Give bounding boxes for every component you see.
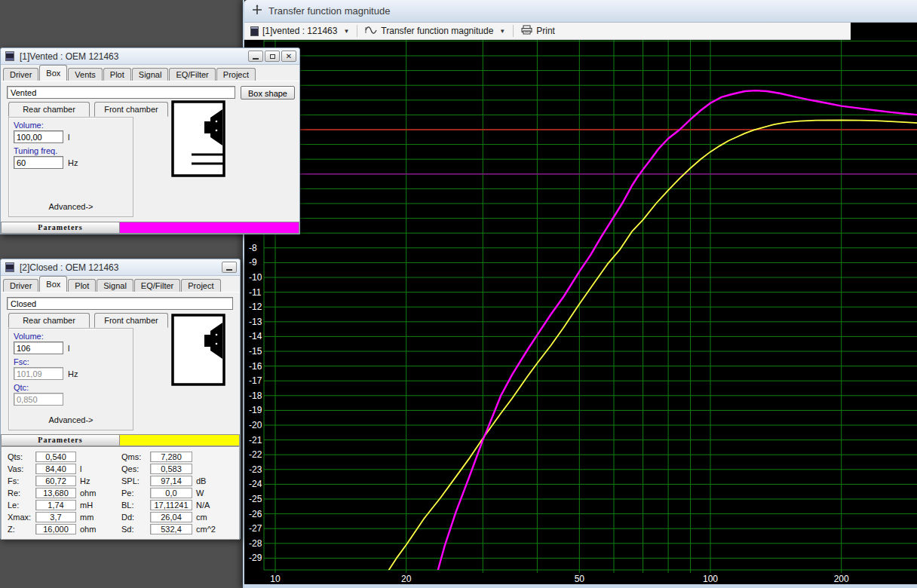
window-icon (5, 51, 14, 61)
param-unit: ohm (76, 488, 121, 498)
box-shape-button[interactable]: Box shape (241, 86, 295, 100)
param-value-le: 1,74 (35, 500, 76, 510)
closed-tab-eqfilter[interactable]: EQ/Filter (134, 279, 180, 292)
box-type-field[interactable]: Vented (7, 86, 235, 99)
vented-box-tab-body: Vented Box shape Front chamberRear chamb… (1, 81, 299, 222)
param-label: Qts: (8, 452, 35, 461)
closed-tab-box[interactable]: Box (39, 276, 67, 292)
param-value-qes: 0,583 (150, 464, 192, 474)
vented-window-title: [1]Vented : OEM 121463 (20, 51, 248, 62)
desktop: Transfer function magnitude [1]vented : … (0, 0, 917, 588)
graph-type-selector[interactable]: Transfer function magnitude ▼ (359, 23, 511, 39)
closed-tab-signal[interactable]: Signal (97, 279, 133, 292)
param-value-xmax: 3,7 (35, 512, 76, 522)
y-tick-label: -11 (249, 287, 262, 298)
closed-tab-plot[interactable]: Plot (68, 279, 96, 292)
closed-chamber-tab-rearchamber[interactable]: Rear chamber (8, 313, 90, 328)
param-value-fs: 60,72 (35, 476, 76, 486)
vented-tab-signal[interactable]: Signal (132, 68, 169, 81)
transfer-plot: -8-9-10-11-12-13-14-15-16-17-18-19-20-21… (244, 40, 917, 584)
param-unit: mm (76, 513, 121, 522)
chevron-down-icon: ▼ (343, 28, 349, 35)
minimize-button[interactable] (248, 51, 263, 62)
project-icon (250, 26, 259, 36)
rear-chamber-group: Volume:106lFsc:101,09HzQtc:0,850 Advance… (8, 328, 133, 430)
vented-box-diagram (171, 100, 225, 180)
project-selector[interactable]: [1]vented : 121463 ▼ (244, 23, 355, 39)
chart-window-titlebar[interactable]: Transfer function magnitude (244, 0, 917, 23)
vented-curve-color-swatch (120, 222, 299, 234)
advanced-link[interactable]: Advanced-> (9, 202, 133, 211)
vented-tab-vents[interactable]: Vents (68, 68, 103, 81)
window-icon (5, 262, 14, 272)
y-tick-label: -9 (249, 257, 257, 268)
fsc-input: 101,09 (14, 367, 63, 380)
param-unit: cm^2 (192, 525, 225, 534)
closed-box-tab-body: Closed Front chamberRear chamber Volume:… (1, 292, 240, 434)
field-label: Volume: (14, 121, 133, 130)
volume-input[interactable]: 100,00 (14, 130, 63, 143)
y-tick-label: -20 (249, 420, 262, 430)
param-unit: ohm (76, 525, 121, 534)
vented-tab-project[interactable]: Project (216, 68, 256, 81)
vented-tab-box[interactable]: Box (39, 65, 67, 81)
volume-input[interactable]: 106 (14, 341, 63, 354)
param-label: Fs: (8, 476, 35, 485)
curve-vented (435, 90, 917, 580)
x-tick-label: 50 (575, 574, 585, 584)
vented-tab-bar: DriverBoxVentsPlotSignalEQ/FilterProject (1, 65, 299, 81)
print-label: Print (536, 26, 555, 36)
chart-toolbar: [1]vented : 121463 ▼ Transfer function m… (244, 23, 917, 40)
y-tick-label: -19 (249, 405, 262, 415)
box-type-value: Vented (11, 88, 36, 97)
parameters-strip-label[interactable]: Parameters (1, 222, 120, 234)
vented-chamber-tab-rearchamber[interactable]: Rear chamber (8, 102, 90, 117)
param-unit: W (192, 488, 225, 498)
param-unit: l (76, 464, 121, 473)
close-icon[interactable]: ✕ (281, 51, 296, 62)
y-tick-label: -14 (249, 331, 262, 341)
param-value-dd: 26,04 (150, 512, 192, 522)
y-tick-label: -21 (249, 435, 262, 446)
vented-parameters-strip[interactable]: Parameters (1, 222, 299, 234)
closed-parameters-strip[interactable]: Parameters (1, 434, 240, 446)
advanced-link[interactable]: Advanced-> (9, 415, 133, 424)
y-tick-label: -24 (249, 479, 262, 489)
param-value-z: 16,000 (35, 524, 76, 534)
parameters-strip-label[interactable]: Parameters (1, 434, 120, 446)
x-tick-label: 10 (270, 574, 281, 584)
param-unit: N/A (192, 501, 225, 510)
param-unit: Hz (76, 476, 121, 485)
box-type-field[interactable]: Closed (7, 297, 233, 310)
vented-project-window: [1]Vented : OEM 121463 ✕ DriverBoxVentsP… (0, 47, 300, 234)
param-label: Sd: (121, 525, 150, 534)
field-label: Volume: (14, 332, 133, 341)
vented-window-titlebar[interactable]: [1]Vented : OEM 121463 ✕ (1, 48, 299, 65)
closed-tab-driver[interactable]: Driver (3, 279, 38, 292)
crosshair-icon (252, 5, 262, 18)
param-label: Le: (8, 501, 35, 510)
tuningfreq-input[interactable]: 60 (14, 156, 63, 169)
param-label: Qes: (121, 464, 150, 473)
y-tick-label: -10 (249, 272, 262, 283)
rear-chamber-group: Volume:100,00lTuning freq.60Hz Advanced-… (8, 117, 133, 217)
param-value-re: 13,680 (35, 488, 76, 498)
param-value-pe: 0,0 (150, 488, 192, 498)
restore-button[interactable] (265, 51, 280, 62)
vented-chamber-tab-frontchamber[interactable]: Front chamber (94, 102, 168, 117)
vented-tab-driver[interactable]: Driver (3, 68, 38, 81)
print-button[interactable]: Print (515, 23, 561, 39)
vented-tab-plot[interactable]: Plot (103, 68, 131, 81)
closed-project-window: [2]Closed : OEM 121463 DriverBoxPlotSign… (0, 259, 241, 539)
closed-window-titlebar[interactable]: [2]Closed : OEM 121463 (1, 259, 240, 276)
minimize-button[interactable] (222, 262, 237, 273)
vented-tab-eqfilter[interactable]: EQ/Filter (169, 68, 215, 81)
project-selector-label: [1]vented : 121463 (262, 26, 337, 36)
closed-tab-project[interactable]: Project (181, 279, 220, 292)
chart-window-bottom-border (244, 584, 917, 588)
toolbar-separator (357, 25, 357, 37)
closed-chamber-tab-frontchamber[interactable]: Front chamber (94, 313, 168, 328)
field-label: Fsc: (14, 357, 133, 366)
graph-type-label: Transfer function magnitude (381, 26, 493, 36)
closed-tab-bar: DriverBoxPlotSignalEQ/FilterProject (1, 276, 240, 292)
